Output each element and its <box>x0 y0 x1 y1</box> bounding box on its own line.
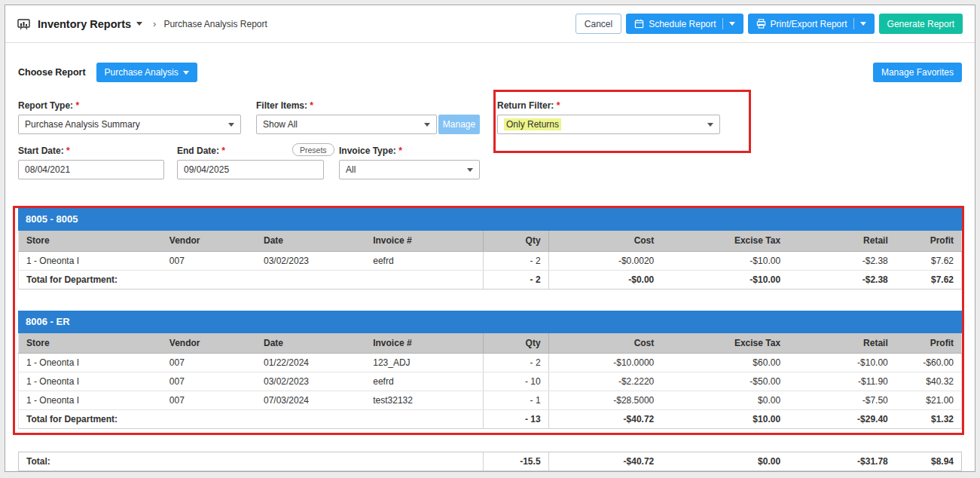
department-total-value: - 13 <box>484 410 548 429</box>
print-export-report-label: Print/Export Report <box>771 19 847 29</box>
column-header: Invoice # <box>365 333 483 354</box>
report-category-dropdown[interactable]: Inventory Reports <box>38 18 142 30</box>
start-date-label-text: Start Date: <box>18 146 64 156</box>
report-groups: 8005 - 8005StoreVendorDateInvoice #QtyCo… <box>18 208 962 429</box>
return-filter-field: Return Filter: * Only Returns <box>497 100 720 134</box>
required-asterisk: * <box>557 100 560 111</box>
department-total-row: Total for Department:- 2-$0.00-$10.00-$2… <box>19 270 962 289</box>
column-header: Store <box>19 231 162 251</box>
table-cell: -$11.90 <box>788 372 896 391</box>
department-total-value: - 2 <box>484 270 548 289</box>
choose-report-label: Choose Report <box>18 67 86 78</box>
manage-filter-items-button[interactable]: Manage <box>438 115 480 134</box>
schedule-report-label: Schedule Report <box>649 19 716 29</box>
report-type-select[interactable]: Purchase Analysis Summary <box>18 115 241 134</box>
cancel-button[interactable]: Cancel <box>575 14 621 34</box>
department-total-value: -$10.00 <box>661 270 788 289</box>
table-row: 1 - Oneonta I00701/22/2024123_ADJ- 2-$10… <box>19 354 962 372</box>
return-filter-value: Only Returns <box>504 118 561 130</box>
generate-report-button[interactable]: Generate Report <box>879 14 963 34</box>
invoice-type-field: Invoice Type: * All <box>339 146 480 179</box>
header-actions: Cancel Schedule Report <box>575 14 963 34</box>
table-row: 1 - Oneonta I00703/02/2023eefrd- 10-$2.2… <box>19 372 962 391</box>
column-header: Profit <box>896 333 962 354</box>
table-row: 1 - Oneonta I00703/02/2023eefrd- 2-$0.00… <box>19 251 962 270</box>
department-total-value: $10.00 <box>661 410 788 429</box>
start-date-field: Start Date: * <box>18 146 164 179</box>
table-cell: - 2 <box>484 354 548 372</box>
grand-total-value: -15.5 <box>484 452 548 471</box>
table-cell: eefrd <box>365 372 483 391</box>
report-selector-button[interactable]: Purchase Analysis <box>96 63 197 82</box>
report-type-label: Report Type: * <box>18 100 241 111</box>
filters-panel: Report Type: * Purchase Analysis Summary… <box>18 100 962 179</box>
table-cell: -$0.0020 <box>548 251 661 270</box>
department-total-label: Total for Department: <box>19 410 484 429</box>
filter-items-label: Filter Items: * <box>256 100 482 111</box>
required-asterisk: * <box>221 146 225 156</box>
table-cell: 03/02/2023 <box>256 372 365 391</box>
chevron-down-icon[interactable] <box>729 22 735 26</box>
report-selector-label: Purchase Analysis <box>105 67 179 78</box>
app-window: Inventory Reports › Purchase Analysis Re… <box>5 5 975 472</box>
end-date-input[interactable] <box>177 160 324 179</box>
table-row: 1 - Oneonta I00707/03/2024test32132- 1-$… <box>19 391 962 410</box>
grand-total-value: -$40.72 <box>548 452 661 471</box>
grand-total-row: Total:-15.5-$40.72$0.00-$31.78$8.94 <box>19 452 962 471</box>
table-cell: -$28.5000 <box>548 391 661 410</box>
column-header: Vendor <box>162 231 256 251</box>
table-header-row: StoreVendorDateInvoice #QtyCostExcise Ta… <box>19 333 962 354</box>
top-header: Inventory Reports › Purchase Analysis Re… <box>5 5 975 43</box>
report-area: 8005 - 8005StoreVendorDateInvoice #QtyCo… <box>18 208 962 471</box>
required-asterisk: * <box>66 146 70 156</box>
breadcrumb-separator-icon: › <box>153 18 156 29</box>
column-header: Vendor <box>162 333 256 354</box>
table-cell: 07/03/2024 <box>256 391 365 410</box>
table-cell: - 2 <box>484 251 548 270</box>
page-title: Inventory Reports <box>38 18 131 30</box>
column-header: Retail <box>788 333 896 354</box>
table-cell: 007 <box>162 391 256 410</box>
print-export-report-button[interactable]: Print/Export Report <box>748 14 875 34</box>
report-group: 8005 - 8005StoreVendorDateInvoice #QtyCo… <box>18 208 962 290</box>
column-header: Retail <box>788 231 896 251</box>
invoice-type-select[interactable]: All <box>339 160 480 179</box>
date-presets-button[interactable]: Presets <box>292 143 334 156</box>
filter-items-value: Show All <box>263 119 298 130</box>
split-button-divider <box>853 18 854 29</box>
required-asterisk: * <box>75 100 79 111</box>
table-cell: -$7.50 <box>788 391 896 410</box>
chevron-down-icon <box>707 123 713 127</box>
table-cell: eefrd <box>365 251 483 270</box>
table-cell: test32132 <box>365 391 483 410</box>
report-content: Choose Report Purchase Analysis Manage F… <box>5 63 975 471</box>
group-header: 8006 - ER <box>18 311 962 333</box>
table-cell: -$60.00 <box>896 354 962 372</box>
column-header: Cost <box>548 333 661 354</box>
column-header: Date <box>256 231 365 251</box>
chevron-down-icon <box>424 123 430 127</box>
grand-total-value: -$31.78 <box>788 452 896 471</box>
report-type-label-text: Report Type: <box>18 100 73 111</box>
schedule-report-button[interactable]: Schedule Report <box>626 14 743 34</box>
return-filter-select[interactable]: Only Returns <box>497 115 720 134</box>
invoice-type-value: All <box>346 164 356 175</box>
report-type-value: Purchase Analysis Summary <box>25 119 140 130</box>
department-total-value: -$40.72 <box>548 410 661 429</box>
end-date-label-text: End Date: <box>177 146 219 156</box>
table-cell: $7.62 <box>896 251 962 270</box>
filter-items-select[interactable]: Show All <box>256 115 437 134</box>
start-date-input[interactable] <box>18 160 164 179</box>
column-header: Qty <box>484 231 548 251</box>
return-filter-label-text: Return Filter: <box>497 100 554 111</box>
chevron-down-icon[interactable] <box>860 22 866 26</box>
table-cell: 007 <box>162 251 256 270</box>
column-header: Excise Tax <box>661 231 788 251</box>
column-header: Profit <box>896 231 962 251</box>
table-cell: -$10.00 <box>661 251 788 270</box>
table-cell: 1 - Oneonta I <box>19 372 162 391</box>
printer-icon <box>756 19 766 29</box>
manage-favorites-button[interactable]: Manage Favorites <box>873 63 962 82</box>
filter-items-field: Filter Items: * Show All Manage <box>256 100 482 134</box>
table-cell: -$10.00 <box>788 354 896 372</box>
